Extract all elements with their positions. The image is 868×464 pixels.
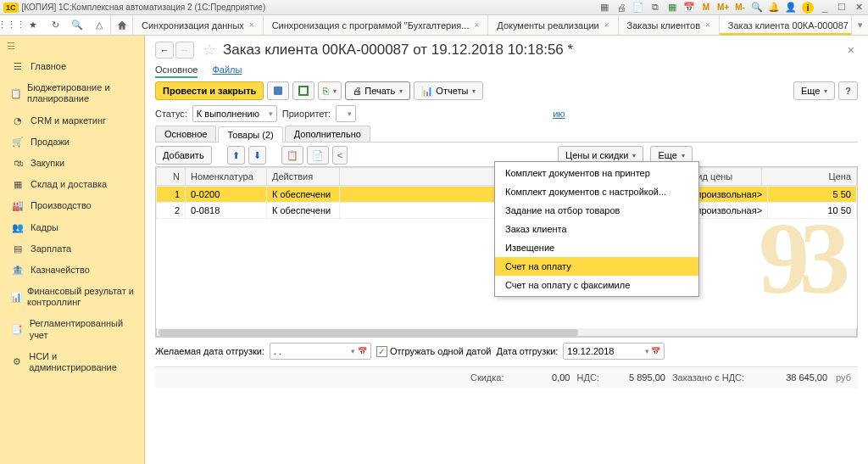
col-n[interactable]: N xyxy=(157,168,186,186)
compare-icon[interactable]: ⧉ xyxy=(649,2,661,14)
calc-icon[interactable]: ▦ xyxy=(666,2,678,14)
wish-date-input[interactable]: . . ▾ 📅 xyxy=(270,343,371,360)
horizontal-scrollbar[interactable] xyxy=(156,328,857,337)
status-combo[interactable]: К выполнению xyxy=(192,105,277,122)
check-icon: ✓ xyxy=(376,346,387,357)
sidebar-item-treasury[interactable]: 🏦Казначейство xyxy=(0,260,144,281)
col-nom[interactable]: Номенклатура xyxy=(186,168,267,186)
help-button[interactable]: ? xyxy=(838,81,858,100)
sidebar-item-production[interactable]: 🏭Производство xyxy=(0,195,144,216)
titlebar-icon[interactable]: ▦ xyxy=(598,2,610,14)
print-menu-order[interactable]: Заказ клиента xyxy=(495,220,698,238)
home-icon[interactable] xyxy=(111,15,133,35)
vat-value: 5 895,00 xyxy=(606,372,665,383)
content-area: ← → ☆ Заказ клиента 00КА-000087 от 19.12… xyxy=(145,36,868,464)
favorite-star-icon[interactable]: ☆ xyxy=(203,41,216,59)
close-page-icon[interactable]: × xyxy=(844,43,858,57)
print-menu-invoice[interactable]: Счет на оплату xyxy=(495,257,698,276)
pie-icon: ◔ xyxy=(10,115,25,126)
print-menu-docs-printer[interactable]: Комплект документов на принтер xyxy=(495,164,698,182)
tab-sales-docs[interactable]: Документы реализации× xyxy=(488,15,618,35)
ship-date-input[interactable]: 19.12.2018▾ 📅 xyxy=(563,343,665,360)
add-row-button[interactable]: Добавить xyxy=(155,146,212,165)
paste-button[interactable]: 📄 xyxy=(307,146,329,165)
save-button[interactable] xyxy=(267,81,289,100)
based-on-button[interactable]: ⎘▾ xyxy=(318,81,342,100)
app-badge: 1C xyxy=(3,3,19,13)
tab-sync-data[interactable]: Синхронизация данных× xyxy=(133,15,264,35)
tab-customer-orders[interactable]: Заказы клиентов× xyxy=(619,15,720,35)
factory-icon: 🏭 xyxy=(10,200,25,211)
close-icon[interactable]: × xyxy=(604,20,609,30)
copy-button[interactable]: 📋 xyxy=(281,146,303,165)
sidebar-item-hr[interactable]: 👥Кадры xyxy=(0,217,144,238)
minimize-icon[interactable]: _ xyxy=(819,2,831,14)
sidebar-item-admin[interactable]: ⚙НСИ и администрирование xyxy=(0,346,144,378)
file-icon[interactable]: 📄 xyxy=(632,2,644,14)
sidebar-item-salary[interactable]: ▤Зарплата xyxy=(0,238,144,260)
print-button[interactable]: 🖨Печать▾ xyxy=(345,81,410,100)
print-menu-picking[interactable]: Задание на отбор товаров xyxy=(495,201,698,220)
print-menu-docs-settings[interactable]: Комплект документов с настройкой... xyxy=(495,182,698,201)
nav-forward-button[interactable]: → xyxy=(175,42,194,59)
move-up-button[interactable]: ⬆ xyxy=(227,146,245,165)
post-button[interactable] xyxy=(292,81,314,100)
sidebar-item-regaccount[interactable]: 📑Регламентированный учет xyxy=(0,313,144,345)
page-title: Заказ клиента 00КА-000087 от 19.12.2018 … xyxy=(223,42,844,59)
search-small-icon[interactable]: 🔍 xyxy=(751,2,763,14)
move-down-button[interactable]: ⬇ xyxy=(248,146,266,165)
sidebar: ☰ ☰Главное 📋Бюджетирование и планировани… xyxy=(0,36,145,464)
sidebar-item-budgeting[interactable]: 📋Бюджетирование и планирование xyxy=(0,77,144,109)
svg-rect-1 xyxy=(299,87,308,95)
subtab-files[interactable]: Файлы xyxy=(212,64,242,76)
print-icon[interactable]: 🖨 xyxy=(615,2,627,14)
bell-icon[interactable]: 🔔 xyxy=(768,2,780,14)
apps-icon[interactable]: ⋮⋮⋮ xyxy=(0,15,22,35)
print-menu-invoice-fax[interactable]: Счет на оплату с факсимиле xyxy=(495,276,698,294)
sidebar-item-purchasing[interactable]: 🛍Закупки xyxy=(0,153,144,174)
col-act[interactable]: Действия xyxy=(267,168,340,186)
m-plus-icon[interactable]: M+ xyxy=(717,2,729,14)
sidebar-item-main[interactable]: ☰Главное xyxy=(0,56,144,77)
maximize-icon[interactable]: ☐ xyxy=(836,2,848,14)
inner-tab-main[interactable]: Основное xyxy=(155,126,216,142)
sidebar-item-crm[interactable]: ◔CRM и маркетинг xyxy=(0,110,144,131)
sidebar-toggle-icon[interactable]: ☰ xyxy=(0,36,144,56)
inner-tab-goods[interactable]: Товары (2) xyxy=(218,126,282,143)
sidebar-item-sales[interactable]: 🛒Продажи xyxy=(0,131,144,153)
sidebar-item-finresult[interactable]: 📊Финансовый результат и контроллинг xyxy=(0,281,144,313)
tab-sync-accounting[interactable]: Синхронизация с программой "Бухгалтерия.… xyxy=(264,15,489,35)
tabs-scroll-right-icon[interactable]: ▾ xyxy=(851,15,868,35)
user-icon[interactable]: 👤 xyxy=(785,2,797,14)
print-menu-notice[interactable]: Извещение xyxy=(495,238,698,257)
titlebar: 1C [КОПИЯ] 1С:Комплексная автоматизация … xyxy=(0,0,868,15)
search-icon[interactable]: 🔍 xyxy=(66,15,88,35)
more-button[interactable]: Еще▾ xyxy=(793,81,835,100)
nav-back-button[interactable]: ← xyxy=(155,42,174,59)
sidebar-item-warehouse[interactable]: ▦Склад и доставка xyxy=(0,174,144,195)
close-icon[interactable]: × xyxy=(705,20,710,30)
print-dropdown-menu: Комплект документов на принтер Комплект … xyxy=(494,161,699,297)
close-window-icon[interactable]: ✕ xyxy=(853,2,865,14)
info-icon[interactable]: i xyxy=(802,2,814,14)
agreement-link[interactable]: ию xyxy=(553,109,565,119)
history-icon[interactable]: ↻ xyxy=(44,15,66,35)
m-icon[interactable]: M xyxy=(700,2,712,14)
star-icon[interactable]: ★ xyxy=(22,15,44,35)
currency: руб xyxy=(836,372,851,383)
reports-button[interactable]: 📊Отчеты▾ xyxy=(414,81,483,100)
status-label: Статус: xyxy=(155,109,187,119)
subtab-main[interactable]: Основное xyxy=(155,64,198,78)
ship-single-date-checkbox[interactable]: ✓Отгружать одной датой xyxy=(376,346,491,357)
close-icon[interactable]: × xyxy=(249,20,254,30)
close-icon[interactable]: × xyxy=(474,20,479,30)
notify-icon[interactable]: △ xyxy=(88,15,110,35)
priority-combo[interactable] xyxy=(336,105,356,122)
export-button[interactable]: < xyxy=(332,146,348,165)
inner-tab-extra[interactable]: Дополнительно xyxy=(285,126,370,142)
tab-order-current[interactable]: Заказ клиента 00КА-000087 от 19.12.2018 … xyxy=(720,15,851,35)
col-price[interactable]: Цена xyxy=(762,168,857,186)
calendar-icon[interactable]: 📅 xyxy=(683,2,695,14)
post-and-close-button[interactable]: Провести и закрыть xyxy=(155,81,264,100)
m-minus-icon[interactable]: M- xyxy=(734,2,746,14)
